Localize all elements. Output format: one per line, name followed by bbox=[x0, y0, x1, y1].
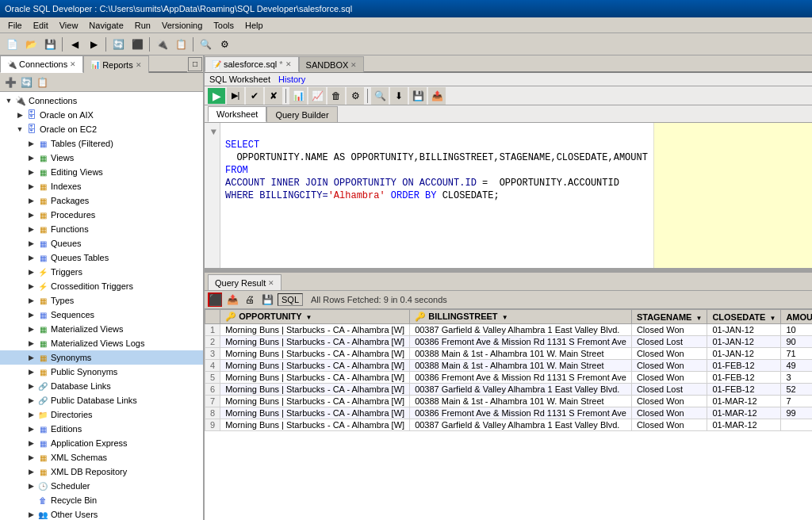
menu-run[interactable]: Run bbox=[130, 19, 155, 32]
tab-reports[interactable]: 📊 Reports ✕ bbox=[83, 55, 149, 73]
menu-file[interactable]: File bbox=[3, 19, 27, 32]
preferences-btn[interactable]: ⚙ bbox=[216, 36, 233, 53]
toggle-types[interactable]: ▶ bbox=[25, 295, 36, 306]
tree-oracle-ec2[interactable]: ▼ 🗄 Oracle on EC2 bbox=[0, 122, 203, 136]
sql-editor[interactable]: SELECT OPPORTUNITY.NAME AS OPPORTUNITY,B… bbox=[220, 123, 653, 268]
toggle-xml-db[interactable]: ▶ bbox=[25, 466, 36, 477]
toggle-aix[interactable]: ▶ bbox=[14, 109, 25, 120]
toggle-synonyms[interactable]: ▶ bbox=[25, 352, 36, 363]
panel-maximize-btn[interactable]: □ bbox=[188, 57, 202, 71]
toggle-sequences[interactable]: ▶ bbox=[25, 309, 36, 320]
find-replace-btn[interactable]: 🔍 bbox=[371, 87, 389, 105]
tree-oracle-aix[interactable]: ▶ 🗄 Oracle on AIX bbox=[0, 108, 203, 122]
salesforce-sql-close[interactable]: ✕ bbox=[285, 60, 292, 68]
tree-mat-views[interactable]: ▶ ▦ Materialized Views bbox=[0, 322, 203, 336]
tree-queues[interactable]: ▶ ▦ Queues bbox=[0, 236, 203, 250]
tree-sequences[interactable]: ▶ ▦ Sequences bbox=[0, 308, 203, 322]
toggle-editions[interactable]: ▶ bbox=[25, 423, 36, 434]
tree-triggers[interactable]: ▶ ⚡ Triggers bbox=[0, 265, 203, 279]
tree-types[interactable]: ▶ ▦ Types bbox=[0, 293, 203, 308]
tree-tables[interactable]: ▶ ▦ Tables (Filtered) bbox=[0, 136, 203, 151]
sql-label[interactable]: SQL bbox=[278, 293, 303, 306]
toggle-public-db-links[interactable]: ▶ bbox=[25, 395, 36, 406]
sandbox-close[interactable]: ✕ bbox=[350, 61, 357, 69]
history-link[interactable]: History bbox=[278, 75, 305, 84]
toggle-crossedition[interactable]: ▶ bbox=[25, 281, 36, 292]
tree-other-users[interactable]: ▶ 👥 Other Users bbox=[0, 507, 203, 520]
menu-edit[interactable]: Edit bbox=[29, 19, 53, 32]
query-result-close[interactable]: ✕ bbox=[268, 279, 274, 287]
save-btn[interactable]: 💾 bbox=[41, 36, 59, 53]
tree-root-connections[interactable]: ▼ 🔌 Connections bbox=[0, 94, 203, 108]
new-connection-btn[interactable]: ➕ bbox=[3, 75, 17, 90]
tree-xml-schemas[interactable]: ▶ ▦ XML Schemas bbox=[0, 450, 203, 465]
stop-btn[interactable]: ⬛ bbox=[128, 36, 146, 53]
format-btn[interactable]: ⚙ bbox=[347, 87, 364, 105]
stop-query-btn[interactable]: ⬛ bbox=[208, 292, 222, 307]
run-btn[interactable]: ▶ bbox=[208, 88, 225, 104]
refresh-connections-btn[interactable]: 🔄 bbox=[19, 75, 33, 90]
tree-crossedition-triggers[interactable]: ▶ ⚡ Crossedition Triggers bbox=[0, 279, 203, 293]
menu-help[interactable]: Help bbox=[240, 19, 268, 32]
query-builder-tab[interactable]: Query Builder bbox=[266, 106, 337, 122]
refresh-btn[interactable]: 🔄 bbox=[109, 36, 127, 53]
menu-navigate[interactable]: Navigate bbox=[84, 19, 128, 32]
toggle-ec2[interactable]: ▼ bbox=[14, 124, 25, 135]
toggle-queues[interactable]: ▶ bbox=[25, 238, 36, 249]
toggle-functions[interactable]: ▶ bbox=[25, 224, 36, 235]
connect-btn[interactable]: 🔌 bbox=[153, 36, 170, 53]
tree-synonyms[interactable]: ▶ ▦ Synonyms bbox=[0, 350, 203, 365]
query-result-tab[interactable]: Query Result ✕ bbox=[208, 274, 282, 290]
toggle-editing-views[interactable]: ▶ bbox=[25, 166, 36, 178]
back-btn[interactable]: ◀ bbox=[66, 36, 83, 53]
toggle-connections[interactable]: ▼ bbox=[3, 95, 14, 106]
save-sql-btn[interactable]: 💾 bbox=[409, 87, 427, 105]
download-btn[interactable]: ⬇ bbox=[390, 87, 408, 105]
autotrace-btn[interactable]: 📈 bbox=[308, 87, 326, 105]
forward-btn[interactable]: ▶ bbox=[85, 36, 102, 53]
connections-tab-close[interactable]: ✕ bbox=[70, 60, 76, 68]
rollback-btn[interactable]: ✘ bbox=[265, 87, 282, 105]
col-stagename[interactable]: STAGENAME ▼ bbox=[631, 310, 707, 324]
commit-btn[interactable]: ✔ bbox=[246, 87, 263, 105]
tree-recycle-bin[interactable]: 🗑 Recycle Bin bbox=[0, 493, 203, 507]
toggle-other-users[interactable]: ▶ bbox=[25, 509, 36, 520]
toggle-packages[interactable]: ▶ bbox=[25, 195, 36, 206]
menu-versioning[interactable]: Versioning bbox=[157, 19, 207, 32]
tree-db-links[interactable]: ▶ 🔗 Database Links bbox=[0, 379, 203, 393]
tree-public-db-links[interactable]: ▶ 🔗 Public Database Links bbox=[0, 393, 203, 407]
toggle-views[interactable]: ▶ bbox=[25, 152, 36, 163]
tree-editing-views[interactable]: ▶ ▦ Editing Views bbox=[0, 165, 203, 179]
tree-views[interactable]: ▶ ▦ Views bbox=[0, 151, 203, 165]
tree-public-synonyms[interactable]: ▶ ▦ Public Synonyms bbox=[0, 365, 203, 379]
explain-plan-btn[interactable]: 📊 bbox=[289, 87, 307, 105]
toggle-queues-tables[interactable]: ▶ bbox=[25, 252, 36, 263]
open-btn[interactable]: 📂 bbox=[22, 36, 40, 53]
tab-sandbox[interactable]: SANDBOX ✕ bbox=[299, 56, 365, 72]
tree-functions[interactable]: ▶ ▦ Functions bbox=[0, 222, 203, 236]
print-btn[interactable]: 🖨 bbox=[243, 292, 257, 307]
tree-queues-tables[interactable]: ▶ ▦ Queues Tables bbox=[0, 250, 203, 265]
tree-indexes[interactable]: ▶ ▦ Indexes bbox=[0, 179, 203, 193]
tab-salesforce-sql[interactable]: 📝 salesforce.sql * ✕ bbox=[205, 56, 299, 72]
run-script-btn[interactable]: ▶| bbox=[227, 87, 244, 105]
toggle-directories[interactable]: ▶ bbox=[25, 409, 36, 420]
toggle-tables[interactable]: ▶ bbox=[25, 138, 36, 149]
toggle-triggers[interactable]: ▶ bbox=[25, 266, 36, 277]
tree-editions[interactable]: ▶ ▦ Editions bbox=[0, 422, 203, 436]
reports-tab-close[interactable]: ✕ bbox=[136, 61, 142, 69]
dbms-output-btn[interactable]: 📤 bbox=[428, 87, 446, 105]
tree-directories[interactable]: ▶ 📁 Directories bbox=[0, 407, 203, 422]
toggle-recycle-bin[interactable] bbox=[25, 495, 36, 506]
tree-packages[interactable]: ▶ ▦ Packages bbox=[0, 193, 203, 208]
col-closedate[interactable]: CLOSEDATE ▼ bbox=[707, 310, 781, 324]
find-btn[interactable]: 🔍 bbox=[197, 36, 214, 53]
schema-browser-btn[interactable]: 📋 bbox=[35, 75, 49, 90]
col-opportunity[interactable]: 🔑 OPPORTUNITY ▼ bbox=[220, 310, 410, 324]
tree-app-express[interactable]: ▶ ▦ Application Express bbox=[0, 436, 203, 450]
migrate-btn[interactable]: 📋 bbox=[172, 36, 190, 53]
toggle-mat-views-logs[interactable]: ▶ bbox=[25, 338, 36, 349]
col-billingstreet[interactable]: 🔑 BILLINGSTREET ▼ bbox=[410, 310, 632, 324]
toggle-xml-schemas[interactable]: ▶ bbox=[25, 452, 36, 463]
result-table-container[interactable]: 🔑 OPPORTUNITY ▼ 🔑 BILLINGSTREET ▼ STAGEN… bbox=[205, 309, 812, 520]
